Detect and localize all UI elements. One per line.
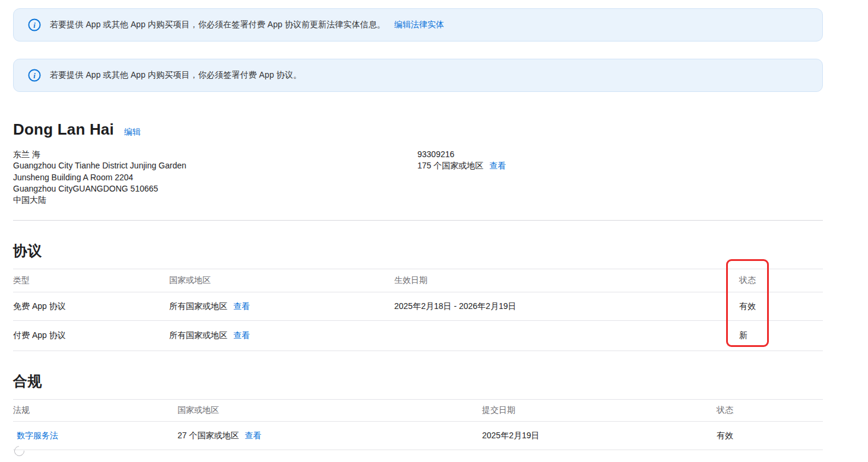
- compliance-table: 法规 国家或地区 提交日期 状态 数字服务法 27 个国家或地区 查看 2025…: [13, 399, 823, 450]
- banner-message: 若要提供 App 或其他 App 内购买项目，你必须在签署付费 App 协议前更…: [50, 20, 385, 30]
- legal-entity-warning-banner: i 若要提供 App 或其他 App 内购买项目，你必须在签署付费 App 协议…: [13, 8, 823, 42]
- view-regions-link[interactable]: 查看: [233, 330, 250, 340]
- agreement-region: 所有国家或地区: [169, 301, 227, 311]
- info-circle-icon: i: [28, 18, 41, 31]
- agreement-status: 新: [737, 330, 823, 341]
- column-header-region: 国家或地区: [178, 405, 482, 416]
- agreements-section-title: 协议: [13, 241, 823, 260]
- address-line: Junsheng Building A Room 2204: [13, 172, 417, 183]
- column-header-region: 国家或地区: [169, 275, 394, 286]
- view-regions-link[interactable]: 查看: [245, 431, 261, 440]
- agreements-page: i 若要提供 App 或其他 App 内购买项目，你必须在签署付费 App 协议…: [0, 0, 868, 462]
- svg-text:i: i: [33, 21, 36, 30]
- agreement-region: 所有国家或地区: [169, 330, 227, 340]
- digital-services-act-link[interactable]: 数字服务法: [17, 431, 58, 440]
- column-header-status: 状态: [717, 405, 823, 416]
- edit-legal-entity-link[interactable]: 编辑法律实体: [394, 20, 444, 30]
- table-row-free-app-agreement: 免费 App 协议 所有国家或地区 查看 2025年2月18日 - 2026年2…: [13, 292, 823, 321]
- table-row-digital-services-act: 数字服务法 27 个国家或地区 查看 2025年2月19日 有效: [13, 422, 823, 450]
- column-header-date: 提交日期: [482, 405, 717, 416]
- entity-address-block: 东兰 海 Guangzhou City Tianhe District Junj…: [13, 149, 417, 206]
- svg-text:i: i: [33, 72, 36, 80]
- edit-entity-button[interactable]: 编辑: [124, 127, 141, 138]
- address-line: Guangzhou CityGUANGDONG 510665: [13, 183, 417, 195]
- view-entity-regions-link[interactable]: 查看: [489, 161, 506, 170]
- agreement-status: 有效: [737, 301, 823, 312]
- address-line: 中国大陆: [13, 195, 417, 206]
- entity-regions-count: 175 个国家或地区: [417, 161, 483, 170]
- banner-message: 若要提供 App 或其他 App 内购买项目，你必须签署付费 App 协议。: [50, 70, 302, 81]
- table-row-paid-app-agreement: 付费 App 协议 所有国家或地区 查看 新: [13, 321, 823, 351]
- compliance-region: 27 个国家或地区: [178, 431, 239, 440]
- column-header-date: 生效日期: [394, 275, 737, 286]
- agreements-table: 类型 国家或地区 生效日期 状态 免费 App 协议 所有国家或地区 查看 20…: [13, 269, 823, 351]
- compliance-table-header: 法规 国家或地区 提交日期 状态: [13, 399, 823, 422]
- compliance-status: 有效: [717, 431, 823, 441]
- entity-account-block: 93309216 175 个国家或地区 查看: [417, 149, 823, 206]
- compliance-section-title: 合规: [13, 372, 823, 391]
- entity-local-name: 东兰 海: [13, 149, 417, 160]
- agreement-type: 免费 App 协议: [13, 301, 169, 312]
- compliance-submit-date: 2025年2月19日: [482, 431, 717, 441]
- column-header-law: 法规: [13, 405, 178, 416]
- account-number: 93309216: [417, 149, 823, 160]
- divider: [13, 220, 823, 221]
- legal-entity-name: Dong Lan Hai: [13, 120, 114, 139]
- column-header-status: 状态: [737, 275, 823, 286]
- address-line: Guangzhou City Tianhe District Junjing G…: [13, 160, 417, 171]
- paid-agreement-notice-banner: i 若要提供 App 或其他 App 内购买项目，你必须签署付费 App 协议。: [13, 59, 823, 92]
- agreements-table-header: 类型 国家或地区 生效日期 状态: [13, 269, 823, 292]
- info-circle-icon: i: [28, 69, 41, 82]
- agreement-effective-date: 2025年2月18日 - 2026年2月19日: [394, 301, 737, 312]
- column-header-type: 类型: [13, 275, 169, 286]
- view-regions-link[interactable]: 查看: [233, 301, 250, 311]
- agreement-type: 付费 App 协议: [13, 330, 169, 341]
